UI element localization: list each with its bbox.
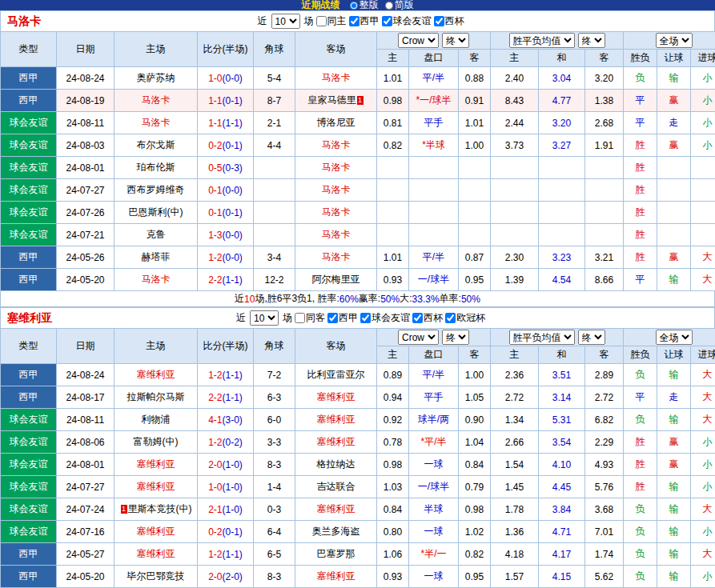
avg-select[interactable]: 胜平负均值 [509, 33, 575, 48]
filter-checkbox[interactable]: 西杯 [434, 14, 464, 28]
team-link[interactable]: 赫塔菲 [142, 251, 171, 262]
team-link[interactable]: 奥兰多海盗 [312, 526, 360, 537]
filter-checkbox[interactable]: 球会友谊 [360, 311, 410, 325]
team-link[interactable]: 富勒姆(中) [134, 436, 179, 447]
team-link[interactable]: 吉达联合 [317, 481, 355, 492]
checkbox-icon[interactable] [316, 16, 327, 26]
handicap-cell: 一/球半 [409, 476, 459, 498]
filter-checkbox[interactable]: 西甲 [349, 14, 380, 28]
avg-final-select[interactable]: 终 [578, 330, 605, 345]
filter-checkbox[interactable]: 球会友谊 [382, 14, 432, 28]
half-score: (1-0) [223, 459, 243, 470]
filter-checkbox[interactable]: 同主 [316, 14, 347, 28]
team-link[interactable]: 塞维利亚 [137, 369, 175, 380]
date-cell: 24-05-26 [57, 246, 114, 269]
team-link[interactable]: 比利亚雷亚尔 [307, 369, 365, 380]
checkbox-icon[interactable] [434, 16, 444, 26]
radio-icon[interactable] [350, 2, 358, 10]
checkbox-icon[interactable] [382, 16, 392, 26]
checkbox-icon[interactable] [412, 313, 423, 323]
team-link[interactable]: 塞维利亚 [317, 414, 355, 425]
team-cell: 赫塔菲 [114, 246, 198, 269]
team-link[interactable]: 巴恩斯利(中) [129, 206, 183, 218]
scope-select[interactable]: 全场 [656, 330, 693, 345]
team-link[interactable]: 马洛卡 [142, 117, 171, 128]
team-link[interactable]: 克鲁 [147, 229, 166, 240]
match-type-cell: 西甲 [1, 386, 57, 409]
team-link[interactable]: 马洛卡 [322, 72, 351, 83]
team-link[interactable]: 珀布伦斯 [137, 162, 175, 173]
team-link[interactable]: 巴塞罗那 [317, 548, 355, 559]
filter-checkbox[interactable]: 欧冠杯 [445, 311, 485, 325]
team-link[interactable]: 毕尔巴鄂竞技 [127, 570, 185, 582]
checkbox-label: 西甲 [360, 14, 380, 28]
team-link[interactable]: 塞维利亚 [317, 391, 355, 402]
company-final-select[interactable]: 终 [442, 33, 469, 48]
checkbox-icon[interactable] [445, 313, 456, 323]
radio-icon[interactable] [385, 2, 393, 10]
team-link[interactable]: 阿尔梅里亚 [312, 274, 360, 285]
result-cell: 平 [624, 269, 657, 291]
filter-checkbox[interactable]: 西甲 [327, 311, 358, 325]
company-select[interactable]: Crow [398, 33, 439, 48]
team-link[interactable]: 塞维利亚 [137, 548, 175, 559]
match-type-cell: 球会友谊 [1, 476, 57, 498]
avg-draw-cell [539, 157, 585, 179]
summary-segment: 50% [461, 294, 480, 305]
team-link[interactable]: 马洛卡 [322, 229, 351, 240]
team-link[interactable]: 塞维利亚 [137, 526, 175, 537]
team-link[interactable]: 马洛卡 [142, 94, 171, 106]
team-link[interactable]: 奥萨苏纳 [137, 72, 175, 83]
team-link[interactable]: 利物浦 [142, 414, 171, 425]
team-link[interactable]: 塞维利亚 [317, 570, 355, 582]
team-cell: 塞维利亚 [295, 431, 377, 454]
checkbox-icon[interactable] [349, 16, 360, 26]
team-link[interactable]: 拉斯帕尔马斯 [127, 391, 185, 402]
team-link[interactable]: 西布罗姆维奇 [127, 184, 185, 195]
team-link[interactable]: 塞维利亚 [137, 481, 175, 492]
handicap-result-cell: 走 [657, 386, 691, 409]
match-type-cell: 西甲 [1, 269, 57, 291]
result-cell: 胜 [624, 431, 657, 454]
filter-checkbox[interactable]: 西杯 [412, 311, 443, 325]
team-link[interactable]: 塞维利亚 [137, 458, 175, 470]
avg-select[interactable]: 胜平负均值 [509, 330, 575, 345]
half-score: (0-1) [223, 207, 243, 218]
team-link[interactable]: 博洛尼亚 [317, 117, 355, 128]
recent-count-select[interactable]: 10 [250, 310, 279, 326]
checkbox-icon[interactable] [360, 313, 371, 323]
checkbox-icon[interactable] [295, 313, 305, 323]
version-option[interactable]: 简版 [385, 0, 414, 10]
team-link[interactable]: 格拉纳达 [317, 458, 355, 470]
match-type-cell: 球会友谊 [1, 202, 57, 224]
team-link[interactable]: 马洛卡 [322, 206, 351, 218]
avg-home-cell [491, 224, 539, 246]
team-link[interactable]: 布尔戈斯 [137, 139, 175, 150]
team-link[interactable]: 马洛卡 [322, 162, 351, 173]
team-cell: 巴恩斯利(中) [114, 202, 198, 224]
version-option[interactable]: 整版 [350, 0, 379, 10]
team-link[interactable]: 皇家马德里 [308, 94, 356, 106]
odds-away-cell: 0.91 [459, 90, 491, 112]
team-link[interactable]: 马洛卡 [322, 139, 351, 150]
checkbox-icon[interactable] [327, 313, 338, 323]
summary-segment: 33.3% [412, 294, 440, 305]
team-link[interactable]: 马洛卡 [322, 184, 351, 195]
avg-final-select[interactable]: 终 [578, 33, 605, 48]
avg-away-cell: 1.91 [585, 134, 624, 157]
company-final-select[interactable]: 终 [442, 330, 469, 345]
odds-away-cell: 0.82 [459, 543, 491, 566]
team-link[interactable]: 塞维利亚 [317, 436, 355, 447]
scope-select[interactable]: 全场 [656, 33, 693, 48]
filter-checkbox[interactable]: 同客 [295, 311, 325, 325]
section-header: 塞维利亚 近10场同客西甲球会友谊西杯欧冠杯 [0, 307, 715, 328]
team-cell: 马洛卡 [295, 134, 377, 157]
team-link[interactable]: 塞维利亚 [317, 503, 355, 514]
team-link[interactable]: 马洛卡 [322, 251, 351, 262]
match-type-cell: 球会友谊 [1, 498, 57, 521]
full-score: 0-1 [208, 185, 222, 196]
company-select[interactable]: Crow [398, 330, 439, 345]
team-link[interactable]: 里斯本竞技(中) [128, 503, 192, 514]
team-link[interactable]: 马洛卡 [142, 274, 171, 285]
recent-count-select[interactable]: 10 [271, 14, 300, 29]
